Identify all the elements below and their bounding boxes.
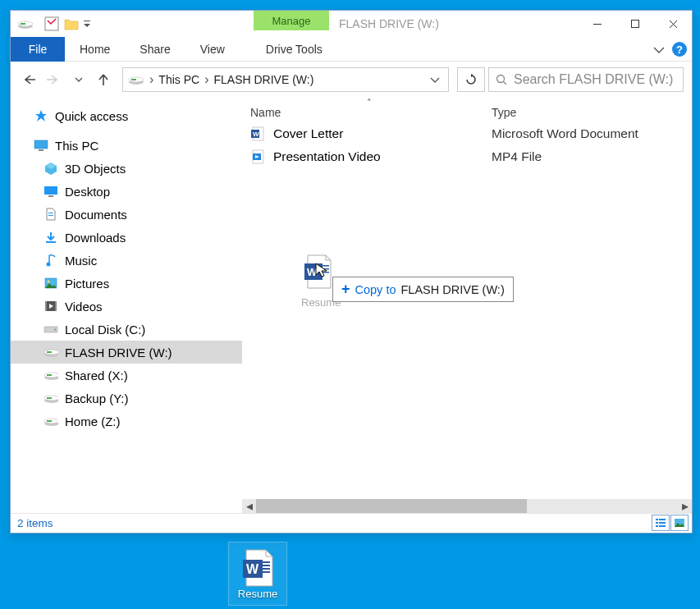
share-tab[interactable]: Share xyxy=(125,37,185,62)
nav-quick-access[interactable]: Quick access xyxy=(11,104,242,127)
svg-rect-9 xyxy=(131,79,136,80)
drag-hint: + Copy to FLASH DRIVE (W:) xyxy=(332,277,514,302)
back-button[interactable] xyxy=(19,69,40,90)
svg-rect-23 xyxy=(55,301,57,311)
nav-shared[interactable]: Shared (X:) xyxy=(11,364,242,387)
qat-dropdown-icon[interactable] xyxy=(81,14,93,34)
scroll-right-icon[interactable]: ▸ xyxy=(678,499,692,513)
desktop-file[interactable]: W Resume xyxy=(228,542,287,606)
column-name[interactable]: Name xyxy=(242,106,488,119)
properties-icon[interactable] xyxy=(42,14,62,34)
details-view-button[interactable] xyxy=(652,515,670,531)
svg-rect-13 xyxy=(44,186,57,195)
help-icon[interactable]: ? xyxy=(672,42,687,57)
column-header: ˄ Name Type xyxy=(242,98,692,122)
nav-music[interactable]: Music xyxy=(11,249,242,272)
svg-point-20 xyxy=(48,281,50,283)
search-box[interactable]: Search FLASH DRIVE (W:) xyxy=(488,67,684,92)
nav-home[interactable]: Home (Z:) xyxy=(11,410,242,433)
svg-point-10 xyxy=(497,76,505,83)
drive-icon xyxy=(16,14,35,34)
drag-dest-label: FLASH DRIVE (W:) xyxy=(401,283,505,296)
chevron-right-icon[interactable]: › xyxy=(204,72,208,87)
scroll-thumb[interactable] xyxy=(256,499,527,513)
download-icon xyxy=(43,230,58,245)
svg-text:W: W xyxy=(246,562,259,576)
svg-rect-37 xyxy=(47,420,52,422)
nav-downloads[interactable]: Downloads xyxy=(11,226,242,249)
word-icon: W xyxy=(241,548,274,588)
search-placeholder: Search FLASH DRIVE (W:) xyxy=(514,72,673,87)
svg-rect-11 xyxy=(34,140,48,149)
maximize-button[interactable] xyxy=(616,11,654,37)
thumbnails-view-button[interactable] xyxy=(670,515,689,531)
address-bar[interactable]: › This PC › FLASH DRIVE (W:) xyxy=(122,67,449,92)
crumb-current[interactable]: FLASH DRIVE (W:) xyxy=(213,73,313,86)
file-row[interactable]: Presentation Video MP4 File xyxy=(242,145,692,168)
drive-icon xyxy=(43,391,58,405)
scroll-left-icon[interactable]: ◂ xyxy=(242,499,256,513)
svg-rect-57 xyxy=(263,561,270,563)
file-list[interactable]: W Cover Letter Microsoft Word Document P… xyxy=(242,122,692,499)
nav-desktop[interactable]: Desktop xyxy=(11,180,242,203)
svg-rect-44 xyxy=(659,519,666,520)
column-type[interactable]: Type xyxy=(488,106,692,119)
svg-rect-48 xyxy=(659,525,666,527)
home-tab[interactable]: Home xyxy=(65,37,125,62)
expand-ribbon-icon[interactable] xyxy=(652,44,666,54)
desktop-file-label: Resume xyxy=(238,588,277,600)
videos-icon xyxy=(43,299,58,314)
pictures-icon xyxy=(43,276,58,291)
nav-3d-objects[interactable]: 3D Objects xyxy=(11,157,242,180)
nav-pane[interactable]: Quick access This PC 3D Objects Desktop … xyxy=(11,98,242,513)
minimize-button[interactable] xyxy=(579,11,616,37)
address-history-icon[interactable] xyxy=(430,76,448,83)
chevron-right-icon[interactable]: › xyxy=(149,72,153,87)
svg-rect-47 xyxy=(656,525,658,527)
up-button[interactable] xyxy=(93,69,114,90)
video-icon xyxy=(250,149,265,164)
svg-rect-17 xyxy=(46,241,56,243)
ribbon: File Home Share View Drive Tools ? xyxy=(11,37,692,62)
cube-icon xyxy=(43,161,58,176)
file-pane[interactable]: ˄ Name Type W Cover Letter Microsoft Wor… xyxy=(242,98,692,513)
file-tab[interactable]: File xyxy=(11,37,65,62)
music-icon xyxy=(43,253,58,268)
recent-dropdown[interactable] xyxy=(68,69,89,90)
view-tab[interactable]: View xyxy=(185,37,240,62)
new-folder-icon[interactable] xyxy=(62,14,81,34)
crumb-this-pc[interactable]: This PC xyxy=(158,73,199,86)
drive-icon xyxy=(43,345,58,359)
file-type: MP4 File xyxy=(488,149,692,164)
nav-backup[interactable]: Backup (Y:) xyxy=(11,387,242,410)
manage-tab[interactable]: Manage xyxy=(254,11,329,30)
desktop-icon xyxy=(43,184,58,199)
nav-videos[interactable]: Videos xyxy=(11,295,242,318)
refresh-button[interactable] xyxy=(457,67,485,92)
drive-tools-tab[interactable]: Drive Tools xyxy=(251,37,337,62)
drive-icon xyxy=(43,414,58,428)
svg-rect-22 xyxy=(45,301,47,311)
svg-rect-34 xyxy=(47,397,52,399)
nav-row: › This PC › FLASH DRIVE (W:) Search FLAS… xyxy=(11,62,692,98)
nav-local-disk[interactable]: Local Disk (C:) xyxy=(11,318,242,341)
nav-pictures[interactable]: Pictures xyxy=(11,272,242,295)
plus-icon: + xyxy=(341,281,350,298)
drive-icon xyxy=(43,368,58,382)
explorer-window: Manage FLASH DRIVE (W:) File Home Share … xyxy=(10,10,693,533)
horizontal-scrollbar[interactable]: ◂ ▸ xyxy=(242,499,692,513)
close-button[interactable] xyxy=(654,11,692,37)
nav-flash-drive[interactable]: FLASH DRIVE (W:) xyxy=(11,341,242,364)
svg-text:W: W xyxy=(253,130,259,138)
word-icon: W xyxy=(250,126,265,141)
svg-rect-45 xyxy=(656,522,658,524)
nav-this-pc[interactable]: This PC xyxy=(11,134,242,157)
file-row[interactable]: W Cover Letter Microsoft Word Document xyxy=(242,122,692,145)
svg-rect-15 xyxy=(48,213,53,213)
nav-documents[interactable]: Documents xyxy=(11,203,242,226)
svg-rect-5 xyxy=(593,24,602,25)
svg-rect-43 xyxy=(656,519,658,520)
sort-asc-icon[interactable]: ˄ xyxy=(367,98,372,108)
forward-button[interactable] xyxy=(43,69,65,90)
svg-point-25 xyxy=(54,329,56,331)
